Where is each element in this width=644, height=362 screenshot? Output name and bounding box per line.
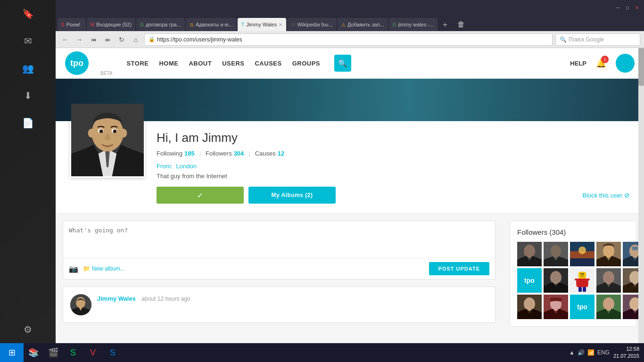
follow-button[interactable]: ✓	[157, 187, 244, 204]
trash-icon[interactable]: 🗑	[454, 18, 468, 31]
follower-avatar[interactable]	[596, 242, 621, 266]
site-logo[interactable]: tpo	[65, 51, 89, 75]
tab-jimmy-wales[interactable]: T Jimmy Wales ✕	[238, 18, 286, 31]
svg-point-46	[524, 297, 535, 311]
post-input[interactable]	[69, 227, 489, 250]
follower-avatar[interactable]	[517, 295, 542, 319]
follower-avatar[interactable]	[544, 295, 568, 319]
follower-avatar[interactable]	[544, 242, 568, 266]
taskbar-app-skype[interactable]: S	[103, 343, 123, 362]
home-button[interactable]: ⌂	[130, 34, 141, 45]
feed-section: 📷 📁 New album... POST UPDATE	[56, 214, 503, 343]
follower-avatar[interactable]	[570, 242, 594, 266]
people-icon[interactable]: 👥	[16, 57, 40, 80]
taskbar-app-vivaldi[interactable]: V	[83, 343, 103, 362]
website-content: tpo BETA STORE HOME ABOUT USERS CAUSES G…	[56, 48, 644, 343]
scrollbar-track[interactable]	[638, 48, 644, 343]
forward-skip-button[interactable]: ⏭	[102, 34, 113, 45]
post-update-button[interactable]: POST UPDATE	[429, 262, 489, 275]
browser-window: ─ □ ✕ B Роем! M Входящие (52) G договора…	[56, 0, 644, 343]
albums-button[interactable]: My Albums (2)	[248, 187, 336, 204]
tab-favicon: T	[241, 22, 244, 27]
help-link[interactable]: HELP	[570, 60, 586, 67]
taskbar-app-media[interactable]: 🎬	[43, 343, 63, 362]
tab-lawyers[interactable]: ⚖ Адвокаты и ю...	[186, 18, 237, 31]
browser-titlebar: ─ □ ✕	[56, 0, 644, 15]
bookmark-icon[interactable]: 🔖	[16, 2, 40, 25]
follower-avatar[interactable]	[544, 268, 568, 293]
nav-store[interactable]: STORE	[126, 60, 149, 67]
window-controls: ─ □ ✕	[615, 4, 640, 11]
network-icon: 📶	[587, 349, 594, 356]
feed-username[interactable]: Jimmy Wales	[97, 295, 136, 302]
nav-groups[interactable]: GROUPS	[292, 60, 320, 67]
nav-links: STORE HOME ABOUT USERS CAUSES GROUPS	[126, 60, 320, 67]
minimize-button[interactable]: ─	[615, 4, 621, 11]
document-icon[interactable]: 📄	[16, 111, 40, 135]
new-album-link[interactable]: 📁 New album...	[83, 265, 125, 272]
lock-icon: 🔒	[149, 36, 155, 42]
profile-info: Hi, I am Jimmy Following 185 | Followers…	[145, 131, 630, 204]
from-value[interactable]: London	[176, 163, 197, 170]
tab-jimmy-search[interactable]: G jimmy wales -...	[389, 18, 438, 31]
tab-favicon: G	[140, 22, 144, 27]
tab-label: Добавить зап...	[347, 22, 384, 27]
block-user-button[interactable]: Block this user ⊘	[582, 191, 630, 199]
scrollbar-thumb[interactable]	[638, 48, 644, 86]
profile-stats: Following 185 | Followers 304 | Causes 1…	[157, 150, 630, 157]
start-button[interactable]: ⊞	[0, 343, 24, 362]
browser-tabs: B Роем! M Входящие (52) G договора гра..…	[56, 15, 644, 31]
causes-stat: Causes 12	[255, 150, 285, 157]
album-icon: 📁	[83, 265, 90, 272]
system-tray-icons: ▲ 🔊 📶 ENG	[569, 349, 610, 356]
follower-avatar-tpo-2[interactable]: tpo	[570, 295, 594, 319]
svg-point-17	[551, 245, 561, 257]
back-skip-button[interactable]: ⏮	[88, 34, 99, 45]
camera-icon[interactable]: 📷	[69, 264, 78, 273]
search-button[interactable]: 🔍	[334, 55, 351, 72]
settings-icon[interactable]: ⚙	[16, 318, 40, 341]
refresh-button[interactable]: ↻	[116, 34, 127, 45]
follower-avatar[interactable]	[596, 295, 621, 319]
address-bar: ← → ⏮ ⏭ ↻ ⌂ 🔒 https://tpo.com/users/jimm…	[56, 31, 644, 48]
mail-icon[interactable]: ✉	[16, 29, 40, 53]
tab-contract[interactable]: G договора гра...	[136, 18, 185, 31]
forward-button[interactable]: →	[74, 34, 85, 45]
url-bar[interactable]: 🔒 https://tpo.com/users/jimmy-wales	[144, 33, 553, 46]
new-tab-button[interactable]: ＋	[438, 18, 452, 31]
nav-home[interactable]: HOME	[159, 60, 178, 67]
follower-avatar-tpo[interactable]: tpo	[517, 268, 542, 293]
tab-wikipedia[interactable]: W Wikipedia fou...	[287, 18, 337, 31]
tab-roem[interactable]: B Роем!	[58, 18, 86, 31]
feed-timestamp: about 12 hours ago	[141, 296, 190, 302]
vivaldi-icon: V	[90, 348, 96, 358]
nav-about[interactable]: ABOUT	[189, 60, 212, 67]
svg-point-3	[88, 129, 95, 138]
followers-box: Followers (304)	[510, 221, 637, 327]
tab-inbox[interactable]: M Входящие (52)	[87, 18, 135, 31]
download-icon[interactable]: ⬇	[16, 84, 40, 107]
followers-grid: tpo	[517, 242, 629, 319]
follower-avatar[interactable]	[596, 268, 621, 293]
tab-add-note[interactable]: ⚠ Добавить зап...	[338, 18, 388, 31]
tab-close-icon[interactable]: ✕	[279, 22, 282, 27]
follower-avatar[interactable]	[570, 268, 594, 293]
block-icon: ⊘	[624, 191, 630, 199]
feed-user-avatar	[70, 294, 91, 315]
svg-rect-36	[586, 279, 590, 280]
albums-label: My Albums (2)	[271, 192, 313, 198]
back-button[interactable]: ←	[59, 34, 71, 45]
user-avatar[interactable]	[616, 54, 635, 73]
nav-causes[interactable]: CAUSES	[255, 60, 281, 67]
follower-avatar[interactable]	[517, 242, 542, 266]
taskbar-app-explorer[interactable]: 📚	[24, 343, 43, 362]
close-button[interactable]: ✕	[634, 4, 640, 11]
taskbar-clock: 12:58 21.07.2015	[613, 346, 639, 360]
svg-rect-38	[583, 287, 586, 292]
search-bar[interactable]: 🔍 Поиск Google	[555, 33, 640, 46]
maximize-button[interactable]: □	[624, 4, 631, 11]
notifications-button[interactable]: 🔔 1	[594, 56, 609, 71]
nav-users[interactable]: USERS	[222, 60, 244, 67]
taskbar-app-s[interactable]: S	[63, 343, 83, 362]
follow-icon: ✓	[197, 191, 203, 200]
